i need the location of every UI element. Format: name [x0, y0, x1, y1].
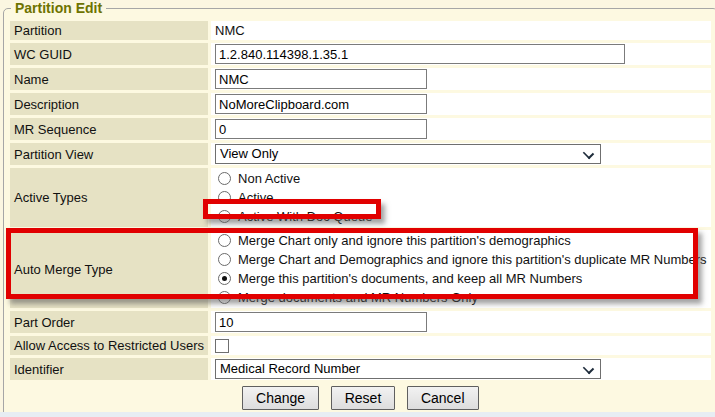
mr-sequence-input[interactable] [215, 119, 427, 139]
radio-option-merge-documents-and-mr-numbers[interactable]: Merge documents and MR Numbers Only [215, 288, 707, 307]
window-bottom-edge [0, 412, 715, 417]
radio-selected-icon[interactable] [218, 272, 231, 285]
row-active-types: Active Types Non Active Active Active Wi… [10, 168, 711, 227]
radio-icon[interactable] [218, 291, 231, 304]
allow-access-checkbox[interactable] [215, 339, 229, 353]
chevron-down-icon [583, 148, 594, 159]
radio-option-label: Active With Doc Queue [238, 209, 372, 224]
active-types-label: Active Types [10, 168, 208, 227]
row-allow-access: Allow Access to Restricted Users [10, 336, 711, 355]
radio-option-active[interactable]: Active [215, 188, 707, 207]
partition-edit-panel: Partition Edit Partition NMC WC GUID Nam… [3, 0, 715, 417]
name-label: Name [10, 68, 208, 90]
row-partition: Partition NMC [10, 21, 711, 40]
radio-option-label: Merge documents and MR Numbers Only [238, 290, 478, 305]
part-order-label: Part Order [10, 311, 208, 333]
description-input[interactable] [215, 94, 427, 114]
radio-option-label: Merge Chart only and ignore this partiti… [238, 233, 571, 248]
radio-option-active-with-doc-queue[interactable]: Active With Doc Queue [215, 207, 707, 226]
change-button[interactable]: Change [242, 386, 319, 410]
auto-merge-type-label: Auto Merge Type [10, 230, 208, 308]
row-description: Description [10, 93, 711, 115]
radio-option-label: Non Active [238, 171, 300, 186]
partition-view-selected-value: View Only [220, 146, 278, 161]
partition-form-table: Partition NMC WC GUID Name Description [7, 18, 714, 417]
row-wc-guid: WC GUID [10, 43, 711, 65]
row-part-order: Part Order [10, 311, 711, 333]
radio-option-merge-chart-only[interactable]: Merge Chart only and ignore this partiti… [215, 231, 707, 250]
radio-icon[interactable] [218, 191, 231, 204]
row-partition-view: Partition View View Only [10, 143, 711, 165]
wc-guid-label: WC GUID [10, 43, 208, 65]
partition-edit-page: Partition Edit Partition NMC WC GUID Nam… [0, 0, 715, 417]
wc-guid-input[interactable] [215, 44, 625, 64]
radio-option-label: Merge Chart and Demographics and ignore … [238, 252, 707, 267]
part-order-input[interactable] [215, 312, 427, 332]
panel-title: Partition Edit [11, 0, 106, 16]
row-name: Name [10, 68, 711, 90]
allow-access-label: Allow Access to Restricted Users [10, 336, 208, 355]
mr-sequence-label: MR Sequence [10, 118, 208, 140]
row-auto-merge-type: Auto Merge Type Merge Chart only and ign… [10, 230, 711, 308]
reset-button[interactable]: Reset [331, 386, 396, 410]
radio-option-merge-partition-documents[interactable]: Merge this partition's documents, and ke… [215, 269, 707, 288]
radio-icon[interactable] [218, 172, 231, 185]
partition-label: Partition [10, 21, 208, 40]
radio-option-merge-chart-and-demographics[interactable]: Merge Chart and Demographics and ignore … [215, 250, 707, 269]
radio-option-non-active[interactable]: Non Active [215, 169, 707, 188]
row-mr-sequence: MR Sequence [10, 118, 711, 140]
radio-option-label: Merge this partition's documents, and ke… [238, 271, 582, 286]
identifier-selected-value: Medical Record Number [220, 361, 360, 376]
name-input[interactable] [215, 69, 427, 89]
identifier-label: Identifier [10, 358, 208, 380]
partition-view-select[interactable]: View Only [215, 144, 601, 164]
radio-option-label: Active [238, 190, 273, 205]
cancel-button[interactable]: Cancel [407, 386, 479, 410]
radio-icon[interactable] [218, 253, 231, 266]
identifier-select[interactable]: Medical Record Number [215, 359, 601, 379]
description-label: Description [10, 93, 208, 115]
row-identifier: Identifier Medical Record Number [10, 358, 711, 380]
chevron-down-icon [583, 363, 594, 374]
radio-selected-icon[interactable] [218, 210, 231, 223]
radio-icon[interactable] [218, 234, 231, 247]
partition-view-label: Partition View [10, 143, 208, 165]
partition-value: NMC [211, 21, 711, 40]
row-buttons: Change Reset Cancel [10, 383, 711, 414]
